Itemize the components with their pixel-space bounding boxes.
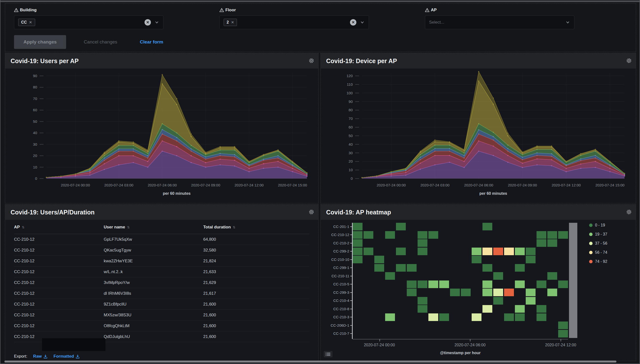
legend-toggle-button[interactable] bbox=[324, 351, 333, 357]
heatmap-cell bbox=[418, 280, 427, 288]
heatmap-legend-item[interactable]: 37 - 56 bbox=[589, 241, 607, 246]
username-cell: QKac5ugTgyw bbox=[104, 248, 203, 253]
export-formatted-text: Formatted bbox=[54, 354, 74, 359]
username-cell: QdDJulgbLhU bbox=[104, 334, 203, 339]
floor-tag-text: 2 bbox=[227, 20, 229, 24]
x-tick-label: 2020-07-24 12:00 bbox=[551, 183, 580, 187]
ap-filter-input[interactable]: Select... bbox=[425, 16, 574, 29]
point-series-7 bbox=[249, 161, 250, 162]
heatmap-cell bbox=[536, 314, 546, 321]
y-tick-label: 40 bbox=[348, 142, 353, 146]
legend-color-dot bbox=[589, 242, 592, 245]
heatmap-cell bbox=[482, 223, 492, 230]
table-panel-gear-icon[interactable] bbox=[308, 208, 315, 216]
duration-cell: 64,800 bbox=[203, 237, 309, 242]
heatmap-legend-item[interactable]: 56 - 74 bbox=[589, 250, 607, 255]
y-tick-label: 80 bbox=[348, 108, 353, 112]
horizontal-scrollbar[interactable] bbox=[5, 360, 616, 362]
ap-heatmap-panel: Covid-19: AP heatmap CC-201-1CC-210-12CC… bbox=[320, 204, 636, 361]
table-row: CC-210-12GpLF7Uk5qXw64,800 bbox=[14, 234, 309, 245]
devices-panel-header: Covid-19: Device per AP bbox=[321, 53, 636, 68]
point-series-7 bbox=[220, 146, 221, 147]
duration-cell: 21,600 bbox=[203, 324, 309, 328]
heatmap-cell bbox=[428, 280, 438, 288]
heatmap-legend-item[interactable]: 0 - 19 bbox=[589, 223, 605, 228]
table-row: CC-210-12O8fcgQhkLtM21,600 bbox=[14, 320, 309, 331]
apply-changes-button[interactable]: Apply changes bbox=[14, 35, 66, 49]
x-tick-label: 2020-07-24 03:00 bbox=[420, 183, 449, 187]
heatmap-scroll-strip[interactable] bbox=[569, 223, 577, 338]
export-formatted-link[interactable]: Formatted bbox=[54, 354, 80, 359]
heatmap-panel-gear-icon[interactable] bbox=[625, 208, 632, 216]
users-per-ap-panel: Covid-19: Users per AP 01020304050607080… bbox=[5, 53, 319, 203]
sort-icon[interactable]: ⇅ bbox=[233, 226, 235, 229]
point-series-7 bbox=[536, 146, 538, 147]
heatmap-row-label: CC-210-12 bbox=[322, 232, 349, 237]
heatmap-cell bbox=[396, 248, 406, 255]
heatmap-row-label: CC-201-1 bbox=[322, 224, 349, 229]
heatmap-cell bbox=[353, 231, 363, 239]
y-tick-label: 50 bbox=[33, 119, 37, 124]
username-cell: dl IRhM6V3I8s bbox=[104, 291, 203, 296]
y-tick-label: 30 bbox=[348, 151, 353, 155]
heatmap-x-axis-line bbox=[353, 339, 568, 340]
building-chevron-down-icon[interactable] bbox=[154, 20, 159, 25]
sort-icon[interactable]: ⇅ bbox=[127, 226, 130, 229]
heatmap-cell bbox=[504, 314, 514, 321]
ap-cell: CC-210-12 bbox=[14, 302, 104, 307]
heatmap-cell bbox=[418, 297, 427, 304]
heatmap-row-label: CC-210-3 bbox=[322, 315, 349, 319]
y-tick-label: 40 bbox=[33, 131, 37, 135]
y-tick-label: 120 bbox=[347, 74, 353, 78]
floor-chevron-down-icon[interactable] bbox=[360, 20, 365, 25]
ap-placeholder: Select... bbox=[429, 20, 444, 25]
column-header-text: User name bbox=[104, 225, 125, 230]
duration-cell: 21,600 bbox=[203, 302, 309, 307]
export-raw-link[interactable]: Raw bbox=[33, 354, 48, 359]
column-header-total-duration[interactable]: Total duration⇅ bbox=[203, 225, 309, 234]
floor-clear-icon[interactable]: ✕ bbox=[350, 19, 356, 26]
floor-filter-input[interactable]: 2 ✕ ✕ bbox=[220, 16, 369, 29]
cancel-changes-button[interactable]: Cancel changes bbox=[76, 35, 125, 49]
column-header-text: Total duration bbox=[203, 225, 231, 230]
heatmap-row-label: CC-210-2 bbox=[322, 241, 349, 245]
heatmap-x-tick-label: 2020-07-24 12:00 bbox=[545, 343, 576, 347]
heatmap-legend-item[interactable]: 19 - 37 bbox=[589, 232, 607, 236]
heatmap-row-label: CC-210-8 bbox=[322, 307, 349, 311]
heatmap-cell bbox=[547, 288, 557, 296]
heatmap-cell bbox=[547, 231, 557, 239]
ap-filter-group: AP Select... bbox=[425, 7, 574, 29]
heatmap-cell bbox=[418, 239, 427, 247]
y-tick-label: 100 bbox=[347, 91, 353, 95]
legend-label: 0 - 19 bbox=[595, 223, 605, 228]
heatmap-cell bbox=[482, 305, 492, 313]
building-filter-input[interactable]: CC ✕ ✕ bbox=[14, 16, 164, 29]
heatmap-row-label: CC-210-5 bbox=[322, 282, 349, 286]
heatmap-cell bbox=[407, 264, 417, 272]
users-chart-body: 01020304050607080902020-07-24 00:002020-… bbox=[5, 68, 318, 203]
duration-cell: 21,600 bbox=[203, 334, 309, 339]
column-header-user-name[interactable]: User name⇅ bbox=[104, 225, 203, 234]
devices-panel-gear-icon[interactable] bbox=[625, 57, 632, 64]
column-header-ap[interactable]: AP⇅ bbox=[14, 225, 104, 234]
sort-icon[interactable]: ⇅ bbox=[22, 226, 25, 229]
users-panel-gear-icon[interactable] bbox=[308, 57, 315, 64]
point-series-7 bbox=[362, 177, 363, 178]
heatmap-row-label: CC-299-2 bbox=[322, 249, 349, 253]
duration-cell: 21,824 bbox=[203, 259, 309, 264]
point-series-7 bbox=[420, 150, 421, 152]
building-clear-icon[interactable]: ✕ bbox=[145, 19, 151, 26]
remove-building-tag-icon[interactable]: ✕ bbox=[29, 20, 32, 24]
remove-floor-tag-icon[interactable]: ✕ bbox=[231, 20, 234, 24]
y-tick-label: 90 bbox=[348, 100, 353, 104]
heatmap-legend-item[interactable]: 74 - 92 bbox=[589, 259, 607, 264]
ap-cell: CC-210-12 bbox=[14, 291, 104, 296]
y-tick-label: 30 bbox=[33, 142, 37, 146]
y-tick-label: 0 bbox=[35, 176, 37, 180]
heatmap-cell bbox=[536, 239, 546, 247]
point-series-7 bbox=[551, 146, 552, 147]
list-icon bbox=[325, 352, 331, 356]
ap-chevron-down-icon[interactable] bbox=[565, 20, 570, 25]
clear-form-link[interactable]: Clear form bbox=[140, 39, 163, 45]
x-tick-label: 2020-07-24 15:00 bbox=[595, 183, 624, 187]
